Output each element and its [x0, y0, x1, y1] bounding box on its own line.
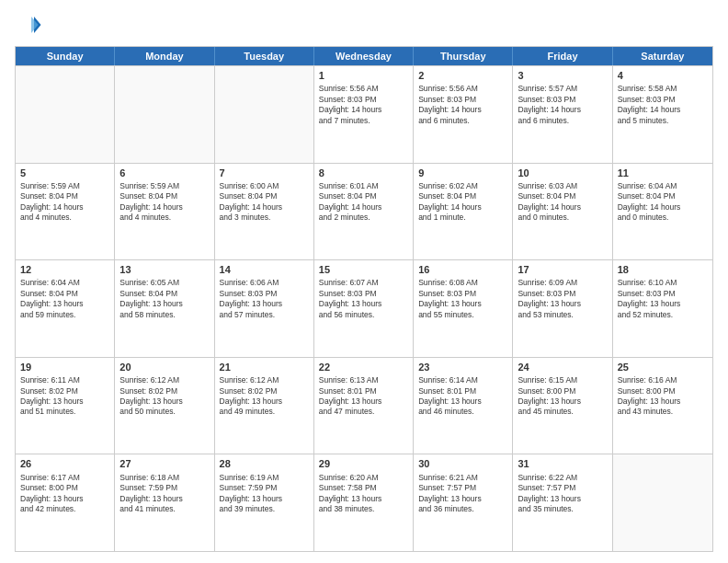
- empty-cell: [16, 66, 115, 163]
- day-cell-12: 12Sunrise: 6:04 AM Sunset: 8:04 PM Dayli…: [16, 260, 115, 357]
- day-cell-30: 30Sunrise: 6:21 AM Sunset: 7:57 PM Dayli…: [414, 454, 513, 551]
- day-number: 13: [119, 263, 209, 276]
- day-cell-28: 28Sunrise: 6:19 AM Sunset: 7:59 PM Dayli…: [215, 454, 314, 551]
- day-info: Sunrise: 6:03 AM Sunset: 8:04 PM Dayligh…: [518, 181, 607, 224]
- day-number: 16: [418, 263, 507, 276]
- day-of-week-saturday: Saturday: [613, 47, 712, 65]
- day-number: 21: [220, 361, 309, 373]
- day-cell-9: 9Sunrise: 6:02 AM Sunset: 8:04 PM Daylig…: [414, 164, 513, 260]
- day-info: Sunrise: 6:02 AM Sunset: 8:04 PM Dayligh…: [418, 181, 507, 224]
- day-number: 26: [20, 457, 109, 470]
- day-cell-8: 8Sunrise: 6:01 AM Sunset: 8:04 PM Daylig…: [314, 164, 414, 260]
- day-info: Sunrise: 6:21 AM Sunset: 7:57 PM Dayligh…: [418, 473, 507, 515]
- day-cell-6: 6Sunrise: 5:59 AM Sunset: 8:04 PM Daylig…: [115, 164, 214, 260]
- day-number: 12: [20, 263, 109, 276]
- day-number: 17: [518, 263, 607, 276]
- day-number: 2: [418, 69, 507, 82]
- day-of-week-friday: Friday: [513, 47, 612, 65]
- empty-cell: [115, 66, 214, 163]
- day-of-week-monday: Monday: [115, 47, 214, 65]
- day-cell-4: 4Sunrise: 5:58 AM Sunset: 8:03 PM Daylig…: [613, 66, 712, 163]
- day-number: 1: [319, 69, 408, 82]
- day-info: Sunrise: 6:13 AM Sunset: 8:01 PM Dayligh…: [319, 375, 408, 418]
- day-info: Sunrise: 5:58 AM Sunset: 8:03 PM Dayligh…: [618, 84, 708, 126]
- day-cell-18: 18Sunrise: 6:10 AM Sunset: 8:03 PM Dayli…: [613, 260, 712, 357]
- empty-cell: [215, 66, 314, 163]
- day-info: Sunrise: 5:57 AM Sunset: 8:03 PM Dayligh…: [518, 84, 607, 126]
- day-cell-5: 5Sunrise: 5:59 AM Sunset: 8:04 PM Daylig…: [16, 164, 115, 260]
- day-info: Sunrise: 6:01 AM Sunset: 8:04 PM Dayligh…: [319, 181, 408, 224]
- day-number: 5: [20, 167, 109, 179]
- day-info: Sunrise: 6:11 AM Sunset: 8:02 PM Dayligh…: [20, 375, 109, 418]
- day-number: 28: [220, 457, 309, 470]
- day-cell-2: 2Sunrise: 5:56 AM Sunset: 8:03 PM Daylig…: [414, 66, 513, 163]
- day-info: Sunrise: 5:59 AM Sunset: 8:04 PM Dayligh…: [20, 181, 109, 224]
- day-info: Sunrise: 6:05 AM Sunset: 8:04 PM Dayligh…: [119, 278, 209, 320]
- day-number: 25: [618, 361, 708, 373]
- day-cell-29: 29Sunrise: 6:20 AM Sunset: 7:58 PM Dayli…: [314, 454, 414, 551]
- week-row-1: 1Sunrise: 5:56 AM Sunset: 8:03 PM Daylig…: [16, 65, 712, 163]
- day-info: Sunrise: 6:15 AM Sunset: 8:00 PM Dayligh…: [518, 375, 607, 418]
- day-of-week-sunday: Sunday: [16, 47, 115, 65]
- day-cell-20: 20Sunrise: 6:12 AM Sunset: 8:02 PM Dayli…: [115, 358, 214, 454]
- day-of-week-thursday: Thursday: [414, 47, 513, 65]
- day-info: Sunrise: 6:20 AM Sunset: 7:58 PM Dayligh…: [319, 473, 408, 515]
- day-number: 24: [518, 361, 607, 373]
- day-number: 22: [319, 361, 408, 373]
- day-info: Sunrise: 6:17 AM Sunset: 8:00 PM Dayligh…: [20, 473, 109, 515]
- week-row-2: 5Sunrise: 5:59 AM Sunset: 8:04 PM Daylig…: [16, 163, 712, 260]
- day-info: Sunrise: 5:59 AM Sunset: 8:04 PM Dayligh…: [119, 181, 209, 224]
- day-number: 14: [220, 263, 309, 276]
- day-of-week-wednesday: Wednesday: [314, 47, 414, 65]
- logo: [15, 11, 46, 39]
- day-cell-16: 16Sunrise: 6:08 AM Sunset: 8:03 PM Dayli…: [414, 260, 513, 357]
- day-info: Sunrise: 6:12 AM Sunset: 8:02 PM Dayligh…: [119, 375, 209, 418]
- day-info: Sunrise: 5:56 AM Sunset: 8:03 PM Dayligh…: [418, 84, 507, 126]
- day-info: Sunrise: 6:04 AM Sunset: 8:04 PM Dayligh…: [618, 181, 708, 224]
- day-info: Sunrise: 6:04 AM Sunset: 8:04 PM Dayligh…: [20, 278, 109, 320]
- page: SundayMondayTuesdayWednesdayThursdayFrid…: [0, 0, 728, 563]
- day-info: Sunrise: 6:06 AM Sunset: 8:03 PM Dayligh…: [220, 278, 309, 320]
- day-cell-7: 7Sunrise: 6:00 AM Sunset: 8:04 PM Daylig…: [215, 164, 314, 260]
- day-number: 11: [618, 167, 708, 179]
- day-cell-22: 22Sunrise: 6:13 AM Sunset: 8:01 PM Dayli…: [314, 358, 414, 454]
- day-number: 27: [119, 457, 209, 470]
- day-number: 7: [220, 167, 309, 179]
- day-cell-21: 21Sunrise: 6:12 AM Sunset: 8:02 PM Dayli…: [215, 358, 314, 454]
- day-cell-10: 10Sunrise: 6:03 AM Sunset: 8:04 PM Dayli…: [513, 164, 612, 260]
- empty-cell: [613, 454, 712, 551]
- day-cell-27: 27Sunrise: 6:18 AM Sunset: 7:59 PM Dayli…: [115, 454, 214, 551]
- day-cell-31: 31Sunrise: 6:22 AM Sunset: 7:57 PM Dayli…: [513, 454, 612, 551]
- day-cell-11: 11Sunrise: 6:04 AM Sunset: 8:04 PM Dayli…: [613, 164, 712, 260]
- day-info: Sunrise: 6:14 AM Sunset: 8:01 PM Dayligh…: [418, 375, 507, 418]
- day-number: 4: [618, 69, 708, 82]
- day-number: 23: [418, 361, 507, 373]
- calendar-header: SundayMondayTuesdayWednesdayThursdayFrid…: [16, 47, 712, 65]
- logo-icon: [15, 11, 42, 39]
- day-cell-25: 25Sunrise: 6:16 AM Sunset: 8:00 PM Dayli…: [613, 358, 712, 454]
- day-info: Sunrise: 6:18 AM Sunset: 7:59 PM Dayligh…: [119, 473, 209, 515]
- day-cell-3: 3Sunrise: 5:57 AM Sunset: 8:03 PM Daylig…: [513, 66, 612, 163]
- day-number: 20: [119, 361, 209, 373]
- day-of-week-tuesday: Tuesday: [215, 47, 314, 65]
- day-cell-13: 13Sunrise: 6:05 AM Sunset: 8:04 PM Dayli…: [115, 260, 214, 357]
- day-number: 19: [20, 361, 109, 373]
- calendar-body: 1Sunrise: 5:56 AM Sunset: 8:03 PM Daylig…: [16, 65, 712, 551]
- day-cell-26: 26Sunrise: 6:17 AM Sunset: 8:00 PM Dayli…: [16, 454, 115, 551]
- day-info: Sunrise: 6:07 AM Sunset: 8:03 PM Dayligh…: [319, 278, 408, 320]
- week-row-5: 26Sunrise: 6:17 AM Sunset: 8:00 PM Dayli…: [16, 454, 712, 551]
- header: [15, 11, 713, 39]
- day-info: Sunrise: 6:00 AM Sunset: 8:04 PM Dayligh…: [220, 181, 309, 224]
- day-number: 9: [418, 167, 507, 179]
- day-info: Sunrise: 6:12 AM Sunset: 8:02 PM Dayligh…: [220, 375, 309, 418]
- day-number: 6: [119, 167, 209, 179]
- day-cell-15: 15Sunrise: 6:07 AM Sunset: 8:03 PM Dayli…: [314, 260, 414, 357]
- day-number: 3: [518, 69, 607, 82]
- day-cell-14: 14Sunrise: 6:06 AM Sunset: 8:03 PM Dayli…: [215, 260, 314, 357]
- calendar: SundayMondayTuesdayWednesdayThursdayFrid…: [15, 46, 713, 552]
- day-number: 8: [319, 167, 408, 179]
- day-number: 29: [319, 457, 408, 470]
- day-number: 10: [518, 167, 607, 179]
- day-info: Sunrise: 6:08 AM Sunset: 8:03 PM Dayligh…: [418, 278, 507, 320]
- week-row-3: 12Sunrise: 6:04 AM Sunset: 8:04 PM Dayli…: [16, 259, 712, 357]
